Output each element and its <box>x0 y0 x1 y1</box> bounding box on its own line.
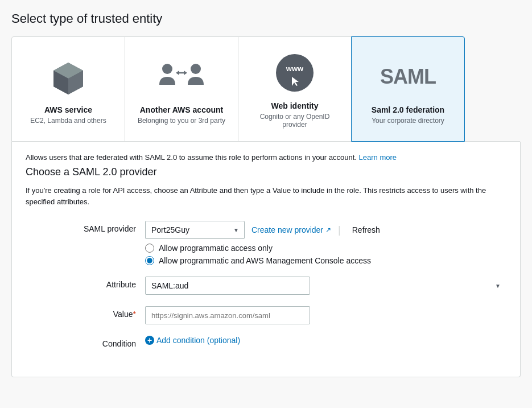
radio-programmatic-console-input[interactable] <box>145 256 154 265</box>
saml-provider-controls: Port25Guy Create new provider ↗ | Refres… <box>145 221 506 265</box>
svg-marker-7 <box>184 71 187 75</box>
attribute-select-wrapper: SAML:aud <box>145 277 506 295</box>
value-input[interactable] <box>145 306 310 324</box>
provider-select-wrapper: Port25Guy <box>145 221 245 239</box>
svg-point-9 <box>276 54 314 92</box>
radio-programmatic-console[interactable]: Allow programmatic and AWS Management Co… <box>145 256 506 265</box>
aws-service-icon-area <box>46 54 91 100</box>
accounts-icon <box>159 61 204 92</box>
saml-provider-row: SAML provider Port25Guy Create new provi… <box>26 221 506 265</box>
divider: | <box>338 224 341 236</box>
aws-service-subtitle: EC2, Lambda and others <box>30 117 106 125</box>
attribute-label: Attribute <box>26 277 145 289</box>
svg-text:www: www <box>286 64 304 73</box>
create-new-provider-link[interactable]: Create new provider ↗ <box>251 225 331 234</box>
required-asterisk: * <box>133 310 136 319</box>
web-identity-title: Web identity <box>271 101 319 110</box>
add-condition-link[interactable]: + Add condition (optional) <box>145 336 506 345</box>
entity-card-another-aws-account[interactable]: Another AWS account Belonging to you or … <box>125 36 238 142</box>
www-icon: www <box>275 53 315 93</box>
attribute-select[interactable]: SAML:aud <box>145 277 310 295</box>
page-title: Select type of trusted entity <box>11 11 521 26</box>
entity-card-web-identity[interactable]: www Web identity Cognito or any OpenID p… <box>238 36 352 142</box>
learn-more-link[interactable]: Learn more <box>359 153 397 162</box>
saml-provider-select[interactable]: Port25Guy <box>145 221 245 239</box>
plus-circle-icon: + <box>145 336 154 345</box>
entity-card-saml-federation[interactable]: SAML Saml 2.0 federation Your corporate … <box>351 36 465 142</box>
saml-provider-label: SAML provider <box>26 221 145 233</box>
another-aws-title: Another AWS account <box>140 105 224 114</box>
description-text: If you're creating a role for API access… <box>26 185 506 207</box>
value-label: Value* <box>26 306 145 319</box>
entity-card-aws-service[interactable]: AWS service EC2, Lambda and others <box>11 36 125 142</box>
external-link-icon: ↗ <box>325 226 331 234</box>
value-controls <box>145 306 506 324</box>
attribute-row: Attribute SAML:aud <box>26 277 506 295</box>
svg-marker-8 <box>176 71 179 75</box>
saml-federation-subtitle: Your corporate directory <box>372 117 444 125</box>
provider-row: Port25Guy Create new provider ↗ | Refres… <box>145 221 506 239</box>
entity-cards-container: AWS service EC2, Lambda and others Anoth… <box>11 36 521 142</box>
svg-point-4 <box>162 64 172 74</box>
condition-controls: + Add condition (optional) <box>145 336 506 345</box>
saml-icon-area: SAML <box>385 54 431 100</box>
condition-row: Condition + Add condition (optional) <box>26 336 506 348</box>
cube-icon <box>50 58 87 95</box>
saml-text-icon: SAML <box>380 65 436 89</box>
radio-programmatic-only-input[interactable] <box>145 244 154 253</box>
info-panel: Allows users that are federated with SAM… <box>11 142 521 377</box>
radio-group: Allow programmatic access only Allow pro… <box>145 244 506 265</box>
info-description: Allows users that are federated with SAM… <box>26 153 506 162</box>
web-identity-subtitle: Cognito or any OpenID provider <box>247 113 343 129</box>
condition-label: Condition <box>26 336 145 348</box>
svg-point-5 <box>191 64 201 74</box>
section-heading: Choose a SAML 2.0 provider <box>26 166 506 178</box>
refresh-button[interactable]: Refresh <box>348 223 385 237</box>
web-identity-icon-area: www <box>272 50 317 96</box>
saml-federation-title: Saml 2.0 federation <box>372 105 444 114</box>
value-row: Value* <box>26 306 506 324</box>
radio-programmatic-only[interactable]: Allow programmatic access only <box>145 244 506 253</box>
attribute-controls: SAML:aud <box>145 277 506 295</box>
accounts-icon-area <box>159 54 204 100</box>
aws-service-title: AWS service <box>44 105 92 114</box>
another-aws-subtitle: Belonging to you or 3rd party <box>138 117 225 125</box>
